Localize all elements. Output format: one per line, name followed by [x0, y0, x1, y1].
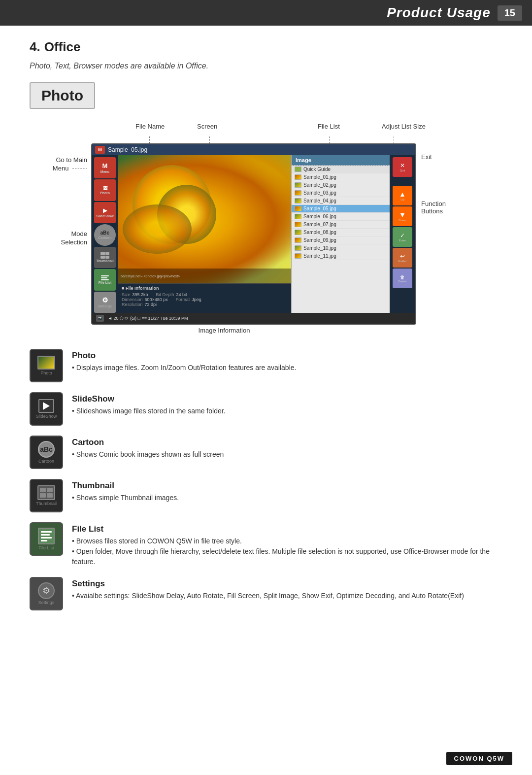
fileinfo-resolution: Resolution 72 dpi: [122, 302, 157, 307]
fileinfo-format: Format Jpeg: [176, 297, 201, 302]
photo-mode-name: Photo: [72, 351, 502, 361]
filelist-item-0[interactable]: Sample_01.jpg: [292, 173, 390, 181]
settings-mode-desc: Avaialbe settings: SlideShow Delay, Auto…: [72, 591, 502, 601]
photo-mode-text: Photo Displays image files. Zoom In/Zoom…: [72, 349, 502, 373]
thumbnail-mode-text: Thumbnail Shows simple Thumbnail images.: [72, 479, 502, 503]
cartoon-icon-label: Cartoon: [38, 459, 54, 464]
btn-folder[interactable]: ↩ Folder: [393, 248, 412, 268]
screen-topbar: M Sample_05.jpg: [92, 144, 415, 155]
filelist-item-2[interactable]: Sample_03.jpg: [292, 189, 390, 197]
mode-item-cartoon: aBc Cartoon Cartoon Shows Comic book ima…: [30, 436, 502, 469]
cartoon-mode-name: Cartoon: [72, 438, 502, 447]
mode-item-filelist: File List File List Browses files stored…: [30, 522, 502, 567]
filelist-icon: [38, 528, 55, 544]
sidebar-menu-icon[interactable]: M Menu: [94, 157, 116, 178]
filelist-mode-desc-1: Open folder, Move through file hierarchy…: [72, 546, 502, 567]
filelist-item-1[interactable]: Sample_02.jpg: [292, 181, 390, 189]
filelist-item-6[interactable]: Sample_07.jpg: [292, 221, 390, 229]
screen-body: M Menu 🖼 Photo ▶ SlideShow aBc: [92, 155, 415, 313]
filelist-item-10[interactable]: Sample_11.jpg: [292, 252, 390, 260]
exit-label: Exit: [421, 153, 480, 161]
section-name: Office: [44, 39, 81, 55]
sidebar-slideshow-icon[interactable]: ▶ SlideShow: [94, 202, 116, 223]
filelist-items: Quick Guide Sample_01.jpg Sample_02.jpg: [292, 166, 390, 313]
screen-statusbar: 📷 ◄ 20 ⬡ ⟳ (ω) □ ≡≡ 11/27 Tue 10:39 PM: [92, 313, 415, 324]
btn-up[interactable]: ▲ Up: [393, 186, 412, 205]
filelist-item-7[interactable]: Sample_08.jpg: [292, 229, 390, 236]
cartoon-mode-icon-box: aBc Cartoon: [30, 436, 63, 469]
fileinfo-title: ■ File Information: [122, 286, 287, 291]
btn-delete[interactable]: 🗑 Delete: [393, 269, 412, 288]
cartoon-mode-desc: Shows Comic book images shown as full sc…: [72, 449, 502, 460]
sidebar-settings-icon[interactable]: ⚙ Settings: [94, 292, 116, 313]
fileinfo-row3: Resolution 72 dpi: [122, 302, 287, 307]
header-bar: Product Usage 15: [0, 0, 532, 26]
filelist-mode-desc-0: Browses files stored in COWON Q5W in fil…: [72, 536, 502, 546]
filelist-item-quickguide[interactable]: Quick Guide: [292, 166, 390, 173]
screen-menu-icon: M: [95, 146, 105, 154]
section-number: 4.: [30, 39, 40, 55]
thumbnail-mode-icon-box: Thumbnail: [30, 479, 63, 512]
mode-item-photo: Photo Photo Displays image files. Zoom I…: [30, 349, 502, 382]
filelist-header: Image: [292, 155, 390, 166]
screen-filelist-panel: Image Quick Guide Sample_01.jpg: [291, 155, 390, 313]
mode-item-settings: ⚙ Settings Settings Avaialbe settings: S…: [30, 577, 502, 610]
filelist-mode-icon-box: File List: [30, 522, 63, 556]
footer-brand: COWON Q5W: [446, 752, 513, 765]
mode-item-thumbnail: Thumbnail Thumbnail Shows simple Thumbna…: [30, 479, 502, 512]
left-labels: Go to MainMenu ModeSelection: [44, 143, 91, 247]
label-adjustlist: Adjust List Size: [382, 123, 426, 130]
photo-mode-desc: Displays image files. Zoom In/Zoom Out/R…: [72, 363, 502, 373]
btn-enter[interactable]: ✓ Enter: [393, 227, 412, 247]
status-camera-icon: 📷: [96, 315, 104, 322]
filelist-mode-name: File List: [72, 524, 502, 534]
sidebar-photo-icon[interactable]: 🖼 Photo: [94, 179, 116, 201]
fileinfo-row1: Size 395.2kb Bit Depth 24 bit: [122, 292, 287, 297]
slideshow-icon-label: SlideShow: [36, 414, 57, 419]
diagram-container: File Name Screen File List Adjust List S…: [44, 123, 488, 334]
photo-icon-label: Photo: [40, 371, 52, 375]
image-info-label: Image Information: [116, 327, 332, 334]
photo-icon: [37, 356, 55, 370]
screen-fileinfo: ■ File Information Size 395.2kb Bit Dept…: [118, 283, 291, 309]
filelist-item-9[interactable]: Sample_10.jpg: [292, 244, 390, 252]
settings-mode-name: Settings: [72, 579, 502, 589]
filelist-mode-text: File List Browses files stored in COWON …: [72, 522, 502, 567]
header-title: Product Usage: [387, 5, 491, 21]
photo-label: Photo: [30, 82, 95, 109]
sidebar-filelist-icon[interactable]: File List: [94, 269, 116, 290]
thumbnail-icon-label: Thumbnail: [36, 501, 57, 506]
fileinfo-row2: Dimension 600×480 px Format Jpeg: [122, 297, 287, 302]
fileinfo-bitdepth: Bit Depth 24 bit: [156, 292, 187, 297]
filelist-item-3[interactable]: Sample_04.jpg: [292, 197, 390, 205]
photo-mode-icon-box: Photo: [30, 349, 63, 382]
sidebar-cartoon-icon[interactable]: aBc Cartoon: [94, 224, 116, 245]
filelist-item-8[interactable]: Sample_09.jpg: [292, 236, 390, 244]
thumbnail-icon: [37, 485, 55, 500]
label-filelist: File List: [318, 123, 340, 130]
status-bar-text: ◄ 20 ⬡ ⟳ (ω) □ ≡≡ 11/27 Tue 10:39 PM: [108, 316, 188, 321]
cartoon-mode-text: Cartoon Shows Comic book images shown as…: [72, 436, 502, 460]
right-labels: Exit FunctionButtons: [416, 143, 480, 215]
cartoon-icon: aBc: [38, 441, 55, 458]
settings-mode-text: Settings Avaialbe settings: SlideShow De…: [72, 577, 502, 601]
flower-image: barestyle.net • <photo>.jpg<prev/next>: [118, 155, 291, 283]
settings-mode-icon-box: ⚙ Settings: [30, 577, 63, 610]
screen-right-buttons: ✕ Quit ▲ Up ▼ Down ✓: [390, 155, 415, 313]
page-content: 4. Office Photo, Text, Browser modes are…: [0, 26, 532, 630]
screen-sidebar: M Menu 🖼 Photo ▶ SlideShow aBc: [92, 155, 118, 313]
btn-quit[interactable]: ✕ Quit: [393, 157, 412, 177]
fileinfo-dimension: Dimension 600×480 px: [122, 297, 168, 302]
section-subtitle: Photo, Text, Browser modes are available…: [30, 62, 502, 70]
filelist-item-4-selected[interactable]: Sample_05.jpg: [292, 205, 390, 213]
btn-down[interactable]: ▼ Down: [393, 206, 412, 226]
page-number: 15: [498, 5, 522, 21]
thumbnail-mode-name: Thumbnail: [72, 481, 502, 491]
sidebar-thumbnail-icon[interactable]: Thumbnail: [94, 247, 116, 268]
slideshow-mode-icon-box: SlideShow: [30, 392, 63, 426]
slideshow-icon: [38, 399, 54, 413]
mode-item-slideshow: SlideShow SlideShow Slideshows image fil…: [30, 392, 502, 426]
screen-filename: Sample_05.jpg: [108, 146, 412, 153]
filelist-item-5[interactable]: Sample_06.jpg: [292, 213, 390, 221]
modes-section: Photo Photo Displays image files. Zoom I…: [30, 349, 502, 610]
